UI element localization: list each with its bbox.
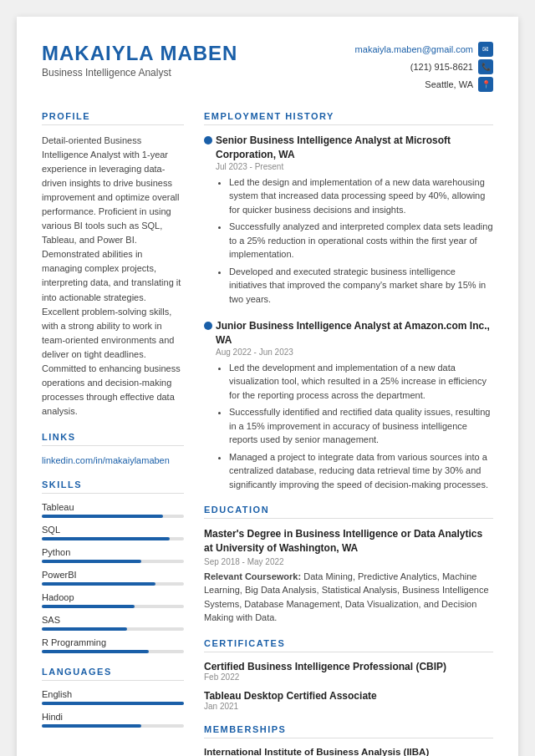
skill-bar-fill: [42, 627, 127, 631]
header-left: MAKAIYLA MABEN Business Intelligence Ana…: [42, 42, 237, 79]
skill-item: Hadoop: [42, 592, 184, 608]
job-bullets: Led the design and implementation of a n…: [216, 175, 493, 307]
education-content: Master's Degree in Business Intelligence…: [204, 527, 493, 625]
job-bullet: Led the design and implementation of a n…: [229, 175, 493, 217]
job-date: Aug 2022 - Jun 2023: [216, 348, 493, 357]
edu-date: Sep 2018 - May 2022: [204, 557, 493, 566]
skill-item: SQL: [42, 525, 184, 540]
location-contact: Seattle, WA 📍: [355, 77, 493, 92]
job-bullet: Led the development and implementation o…: [229, 361, 493, 403]
language-name: Hindi: [42, 712, 184, 722]
job-bullet: Successfully analyzed and interpreted co…: [229, 220, 493, 261]
profile-section-title: PROFILE: [42, 111, 184, 125]
left-column: PROFILE Detail-oriented Business Intelli…: [42, 111, 184, 756]
skill-name: Python: [42, 547, 184, 557]
certificate-item: Certified Business Intelligence Professi…: [204, 661, 493, 682]
skill-item: R Programming: [42, 637, 184, 653]
skill-name: SQL: [42, 525, 184, 535]
job-bullet: Managed a project to integrate data from…: [229, 450, 493, 492]
skill-bar-fill: [42, 582, 155, 586]
memberships-list: International Institute of Business Anal…: [204, 747, 493, 756]
header: MAKAIYLA MABEN Business Intelligence Ana…: [42, 42, 493, 94]
job-bullet: Developed and executed strategic busines…: [229, 265, 493, 307]
jobs-list: Senior Business Intelligence Analyst at …: [204, 134, 493, 491]
languages-section-title: LANGUAGES: [42, 667, 184, 681]
links-section: linkedin.com/in/makaiylamaben: [42, 454, 184, 466]
job-dot: [204, 136, 212, 145]
resume-container: MAKAIYLA MABEN Business Intelligence Ana…: [17, 17, 518, 756]
skill-bar-bg: [42, 582, 184, 586]
edu-coursework: Relevant Coursework: Data Mining, Predic…: [204, 570, 493, 625]
job-title: Junior Business Intelligence Analyst at …: [216, 319, 493, 348]
email-icon: ✉: [478, 42, 493, 57]
skill-item: Tableau: [42, 502, 184, 518]
skill-bar-bg: [42, 605, 184, 608]
certificates-list: Certified Business Intelligence Professi…: [204, 661, 493, 711]
skill-bar-bg: [42, 627, 184, 631]
phone-icon: 📞: [478, 59, 493, 74]
skill-bar-bg: [42, 515, 184, 518]
job-bullet: Successfully identified and rectified da…: [229, 405, 493, 447]
language-item: Hindi: [42, 712, 184, 728]
skill-item: PowerBI: [42, 570, 184, 586]
skill-item: Python: [42, 547, 184, 563]
languages-list: English Hindi: [42, 689, 184, 728]
cert-date: Feb 2022: [204, 672, 493, 682]
job-title: Senior Business Intelligence Analyst at …: [216, 134, 493, 162]
edu-degree: Master's Degree in Business Intelligence…: [204, 527, 493, 556]
language-bar-bg: [42, 702, 184, 705]
employment-section-title: EMPLOYMENT HISTORY: [204, 111, 493, 125]
header-right: makaiyla.maben@gmail.com ✉ (121) 915-862…: [355, 42, 493, 94]
language-item: English: [42, 689, 184, 705]
skill-name: R Programming: [42, 637, 184, 647]
job-entry: Junior Business Intelligence Analyst at …: [204, 319, 493, 491]
phone-contact: (121) 915-8621 📞: [355, 59, 493, 74]
full-name: MAKAIYLA MABEN: [42, 42, 237, 65]
skill-name: Tableau: [42, 502, 184, 512]
language-name: English: [42, 689, 184, 699]
education-section-title: EDUCATION: [204, 505, 493, 519]
language-bar-bg: [42, 724, 184, 728]
skills-section-title: SKILLS: [42, 479, 184, 494]
skill-bar-fill: [42, 560, 141, 563]
job-bullets: Led the development and implementation o…: [216, 361, 493, 492]
skill-bar-fill: [42, 537, 170, 540]
skills-list: Tableau SQL Python PowerBI Hadoop SAS R …: [42, 502, 184, 653]
skill-name: SAS: [42, 615, 184, 625]
right-column: EMPLOYMENT HISTORY Senior Business Intel…: [204, 111, 493, 756]
language-bar-fill: [42, 702, 184, 705]
email-contact: makaiyla.maben@gmail.com ✉: [355, 42, 493, 57]
job-title: Business Intelligence Analyst: [42, 67, 237, 79]
memberships-section-title: MEMBERSHIPS: [204, 724, 493, 738]
skill-item: SAS: [42, 615, 184, 631]
coursework-label: Relevant Coursework:: [204, 571, 301, 581]
skill-name: Hadoop: [42, 592, 184, 602]
skill-bar-fill: [42, 650, 149, 653]
skill-bar-bg: [42, 650, 184, 653]
email-link[interactable]: makaiyla.maben@gmail.com: [355, 44, 473, 54]
skill-bar-bg: [42, 560, 184, 563]
profile-text: Detail-oriented Business Intelligence An…: [42, 134, 184, 419]
cert-title: Certified Business Intelligence Professi…: [204, 661, 493, 672]
job-entry: Senior Business Intelligence Analyst at …: [204, 134, 493, 306]
cert-title: Tableau Desktop Certified Associate: [204, 690, 493, 702]
certificate-item: Tableau Desktop Certified Associate Jan …: [204, 690, 493, 711]
location-text: Seattle, WA: [425, 79, 473, 89]
skill-bar-fill: [42, 605, 135, 608]
certificates-section-title: CERTIFICATES: [204, 638, 493, 652]
linkedin-link[interactable]: linkedin.com/in/makaiylamaben: [42, 455, 170, 465]
links-section-title: LINKS: [42, 432, 184, 446]
body: PROFILE Detail-oriented Business Intelli…: [42, 111, 493, 756]
cert-date: Jan 2021: [204, 702, 493, 711]
job-date: Jul 2023 - Present: [216, 162, 493, 171]
job-dot: [204, 322, 212, 330]
language-bar-fill: [42, 724, 141, 728]
membership-item: International Institute of Business Anal…: [204, 747, 493, 756]
skill-bar-fill: [42, 515, 163, 518]
skill-name: PowerBI: [42, 570, 184, 580]
phone-number: (121) 915-8621: [410, 62, 473, 72]
skill-bar-bg: [42, 537, 184, 540]
location-icon: 📍: [478, 77, 493, 92]
